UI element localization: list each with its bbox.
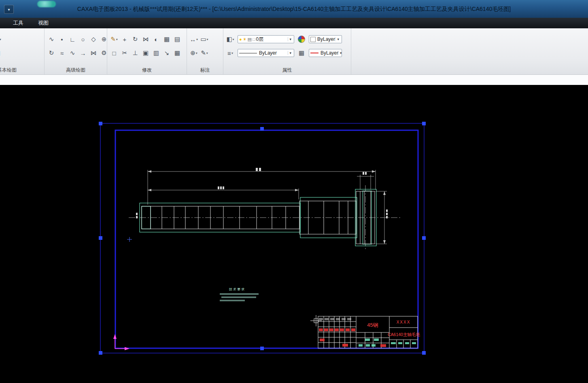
drawing-canvas[interactable]: 技 术 要 求 <box>0 85 588 383</box>
shaft-drawing <box>127 168 401 250</box>
chevron-down-icon: ▾ <box>288 51 293 55</box>
frame-handles[interactable] <box>99 122 426 355</box>
color-swatch-icon <box>310 37 316 42</box>
title-block-drawing-title: CA6140主轴毛坯 <box>388 332 420 337</box>
layer-select[interactable]: ● ☀ ▤ □ 0层 ▾ <box>238 35 294 43</box>
application-window: ▾ CAXA电子图板2013 - 机械版***试用期(还剩12天)*** - [… <box>0 0 588 383</box>
chevron-down-icon: ▾ <box>207 38 208 41</box>
notes-heading: 技 术 要 求 <box>229 288 245 291</box>
mirror-button[interactable]: ⋈ <box>140 34 151 44</box>
copy-tool-button[interactable]: ▣ <box>0 48 3 58</box>
point-tool-button[interactable]: • <box>57 34 67 44</box>
window-title: CAXA电子图板2013 - 机械版***试用期(还剩12天)*** - [C:… <box>0 0 588 18</box>
toolbar-substrip <box>0 75 588 85</box>
color-select[interactable]: ByLayer ▾ <box>309 35 342 43</box>
ribbon-empty-space <box>351 28 588 74</box>
chevron-down-icon: ▾ <box>335 37 340 41</box>
revolve-tool-button[interactable]: ↻ <box>46 48 57 58</box>
title-block-company: XXXX <box>397 320 411 324</box>
color-picker-button[interactable] <box>296 34 307 44</box>
chevron-down-icon: ▾ <box>338 51 342 55</box>
group-label-advanced-draw: 高级绘图 <box>45 66 107 74</box>
ribbon-group-basic-draw: ⌒▾ ▭▾ ↷▾ ▤▾ ▦ ▣ 基本绘图 <box>0 28 45 74</box>
ribbon-group-annotation: ↔▾ ▭▾ ⊕▾ ✎▾ 标注 <box>187 28 223 74</box>
trim-button[interactable]: ✂ <box>119 48 130 58</box>
linestyle-select[interactable]: ByLayer ▾ <box>238 49 294 57</box>
linetype-select-value: ByLayer <box>321 50 338 56</box>
line-style-preview-icon <box>239 53 257 53</box>
text-annotation-button[interactable]: ✎▾ <box>199 48 210 58</box>
spline-tool-button[interactable]: ∿ <box>46 34 57 44</box>
reference-cross <box>127 237 132 242</box>
layer-manager-button[interactable]: ◧▾ <box>225 34 236 44</box>
chevron-down-icon: ▾ <box>233 38 234 41</box>
select-box-button[interactable]: □ <box>109 48 119 58</box>
technical-notes: 技 术 要 求 <box>220 288 259 301</box>
chevron-down-icon: ▾ <box>206 51 208 55</box>
group-label-properties: 属性 <box>223 66 351 74</box>
linetype-grid-button[interactable]: ▦ <box>296 48 307 58</box>
menu-bar: 工具 视图 <box>0 18 588 28</box>
title-bar: ▾ CAXA电子图板2013 - 机械版***试用期(还剩12天)*** - [… <box>0 0 588 18</box>
chevron-down-icon: ▾ <box>116 38 118 41</box>
menu-item-tools[interactable]: 工具 <box>7 18 29 28</box>
printer-icon: ▤ <box>248 37 252 42</box>
coordinate-dim-button[interactable]: ⊕▾ <box>189 48 199 58</box>
arrow-tool-button[interactable]: → <box>78 48 88 58</box>
grid-cell-button[interactable]: ▦ <box>172 48 183 58</box>
title-block-material: 45钢 <box>367 322 378 328</box>
rotate-button[interactable]: ↻ <box>130 34 140 44</box>
color-wheel-icon <box>298 36 305 43</box>
line-width-button[interactable]: ≡▾ <box>225 48 236 58</box>
ribbon: ⌒▾ ▭▾ ↷▾ ▤▾ ▦ ▣ 基本绘图 ∿ • ∟ ○ <box>0 28 588 75</box>
group-label-modify: 修改 <box>107 66 187 74</box>
ribbon-group-modify: ✎▾ + ↻ ⋈ ◐ ▦ ▤ □ ✂ ⊥ ▣ ▥ ↘ ▦ 修 <box>107 28 187 74</box>
drawing-inner-frame <box>115 130 418 348</box>
brush-edit-button[interactable]: ✎▾ <box>109 34 119 44</box>
ellipse-tool-button[interactable]: ○ <box>78 34 88 44</box>
color-select-value: ByLayer <box>317 36 335 42</box>
chevron-down-icon: ▾ <box>231 51 233 55</box>
canvas-area: 技 术 要 求 <box>0 85 588 383</box>
chevron-down-icon: ▾ <box>196 38 198 41</box>
ribbon-group-properties: ◧▾ ● ☀ ▤ □ 0层 ▾ ByLayer ▾ <box>223 28 351 74</box>
group-label-annotation: 标注 <box>187 66 223 74</box>
curve-tool-button[interactable]: ↷▾ <box>0 34 3 44</box>
paper-outer-frame <box>100 123 424 353</box>
ribbon-group-advanced-draw: ∿ • ∟ ○ ◇ ⊕ ↻ ≈ ∿ → ⋈ ⚙ 高级绘图 <box>45 28 107 74</box>
dimension-lines <box>136 168 388 244</box>
linestyle-select-value: ByLayer <box>259 50 277 56</box>
title-block: 45钢 XXXX CA6140主轴毛坯 <box>318 316 420 348</box>
print-stamp-button[interactable]: ▤ <box>172 34 183 44</box>
dimension-tool-button[interactable]: ↔▾ <box>189 34 199 44</box>
extend-button[interactable]: ⊥ <box>130 48 140 58</box>
angle-line-tool-button[interactable]: ∟ <box>67 34 78 44</box>
bulb-icon: ● <box>239 37 242 42</box>
clock-button[interactable]: ◐ <box>151 34 161 44</box>
chain-tool-button[interactable]: ⋈ <box>88 48 99 58</box>
copy-entities-button[interactable]: ▣ <box>140 48 151 58</box>
chevron-down-icon: ▾ <box>0 38 1 41</box>
line-type-preview-icon <box>310 53 318 53</box>
move-button[interactable]: + <box>119 34 130 44</box>
offset-button[interactable]: ↘ <box>161 48 172 58</box>
sun-icon: ☀ <box>243 37 247 42</box>
chevron-down-icon: ▾ <box>196 51 197 55</box>
array-button[interactable]: ▦ <box>161 34 172 44</box>
polygon-tool-button[interactable]: ◇ <box>88 34 99 44</box>
dimension-style-button[interactable]: ▭▾ <box>199 34 210 44</box>
menu-item-view[interactable]: 视图 <box>32 18 54 28</box>
pick-cursor <box>310 315 322 326</box>
chevron-down-icon: ▾ <box>288 37 293 41</box>
linetype-select[interactable]: ByLayer ▾ <box>309 49 342 57</box>
paste-entities-button[interactable]: ▥ <box>151 48 161 58</box>
group-label-basic-draw: 基本绘图 <box>0 66 44 74</box>
lock-state-icon: □ <box>253 37 255 42</box>
sketch-tool-button[interactable]: ∿ <box>67 48 78 58</box>
wave-line-tool-button[interactable]: ≈ <box>57 48 67 58</box>
layer-select-value: 0层 <box>256 36 264 43</box>
